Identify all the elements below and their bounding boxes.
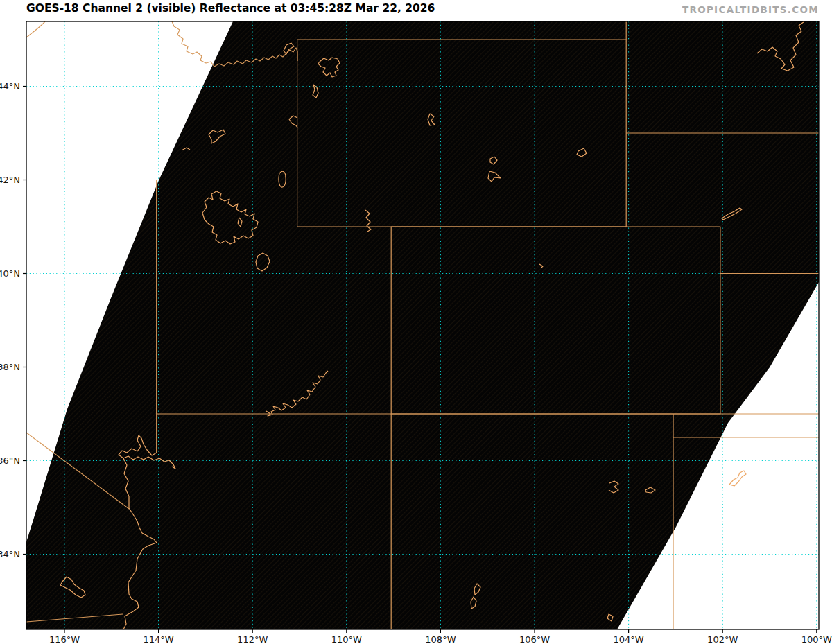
- lat-tick-label: 42°N: [0, 175, 20, 185]
- lon-tick-label: 106°W: [519, 634, 550, 644]
- swath-layer: [26, 21, 819, 629]
- lon-tick-label: 108°W: [425, 634, 456, 644]
- lat-tick-label: 38°N: [0, 362, 20, 372]
- border-idaho-oregon-snake: [26, 21, 45, 37]
- lat-tick-label: 34°N: [0, 549, 20, 559]
- lat-tick-label: 40°N: [0, 268, 20, 279]
- water-lake-meredith: [729, 471, 746, 486]
- lon-tick-label: 100°W: [801, 634, 832, 644]
- satellite-swath: [26, 21, 819, 629]
- lon-tick-label: 114°W: [144, 634, 174, 644]
- lon-tick-label: 112°W: [237, 634, 268, 644]
- lat-tick-label: 36°N: [0, 455, 20, 466]
- satellite-map-figure: GOES-18 Channel 2 (visible) Reflectance …: [0, 0, 832, 644]
- lon-tick-label: 104°W: [614, 634, 644, 644]
- lon-tick-label: 110°W: [331, 634, 362, 644]
- lat-tick-label: 44°N: [0, 81, 20, 92]
- map-canvas: 44°N42°N40°N38°N36°N34°N116°W114°W112°W1…: [0, 0, 832, 644]
- lon-tick-label: 116°W: [49, 634, 80, 644]
- lon-tick-label: 102°W: [707, 634, 738, 644]
